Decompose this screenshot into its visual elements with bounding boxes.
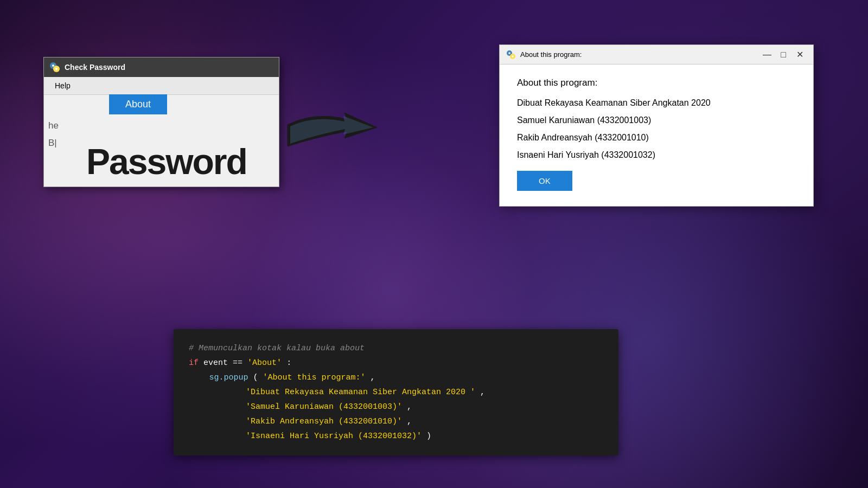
menu-bar: Help — [44, 77, 279, 95]
code-line-6: 'Isnaeni Hari Yusriyah (4332001032)' ) — [189, 429, 603, 444]
code-sg-popup: sg.popup — [209, 373, 248, 382]
about-dialog-icon — [506, 50, 516, 60]
about-close-button[interactable]: ✕ — [793, 49, 807, 60]
code-line-5: 'Rakib Andreansyah (4332001010)' , — [189, 414, 603, 429]
code-line-4: 'Samuel Karuniawan (4332001003)' , — [189, 400, 603, 414]
right-arrow-icon — [282, 108, 380, 157]
code-line-1: if event == 'About' : — [189, 356, 603, 370]
about-line-1: Dibuat Rekayasa Keamanan Siber Angkatan … — [517, 98, 796, 108]
code-arg1: 'About this program:' — [263, 373, 366, 382]
code-eq-op: == — [233, 358, 242, 368]
about-heading: About this program: — [517, 78, 796, 88]
about-maximize-button[interactable]: □ — [776, 49, 790, 60]
code-comment-text: # Memunculkan kotak kalau buka about — [189, 344, 365, 353]
code-comma-1: , — [371, 373, 375, 382]
password-bg-text: Password — [86, 141, 247, 182]
about-dialog-window: About this program: — □ ✕ About this pro… — [499, 44, 814, 207]
partial-text-he: he — [48, 120, 59, 131]
code-about-val: 'About' — [247, 358, 282, 368]
about-window-controls: — □ ✕ — [760, 49, 807, 60]
code-arg5: 'Isnaeni Hari Yusriyah (4332001032)' — [246, 432, 422, 441]
scene-container: Check Password Help About Password he B| — [0, 0, 868, 488]
code-comma-3: , — [407, 402, 412, 412]
code-arg4: 'Rakib Andreansyah (4332001010)' — [246, 417, 402, 426]
password-label-text: Password — [86, 142, 247, 182]
about-dialog-body: About this program: Dibuat Rekayasa Keam… — [500, 65, 813, 206]
svg-point-7 — [508, 52, 510, 54]
about-dropdown-button[interactable]: About — [109, 94, 167, 114]
code-event-name: event — [203, 358, 228, 368]
svg-point-8 — [512, 55, 514, 57]
code-line-3: 'Dibuat Rekayasa Keamanan Siber Angkatan… — [189, 385, 603, 400]
about-ok-button[interactable]: OK — [517, 171, 572, 191]
code-comma-2: , — [480, 388, 485, 397]
menu-item-help[interactable]: Help — [48, 79, 77, 92]
check-password-titlebar: Check Password — [44, 57, 279, 77]
svg-point-3 — [55, 68, 58, 70]
about-titlebar: About this program: — □ ✕ — [500, 45, 813, 65]
about-dialog-title: About this program: — [520, 50, 756, 59]
about-line-2: Samuel Karuniawan (4332001003) — [517, 115, 796, 125]
code-if-keyword: if — [189, 358, 199, 368]
check-password-window: Check Password Help About Password he B| — [43, 57, 279, 187]
code-open-paren: ( — [253, 373, 258, 382]
code-block: # Memunculkan kotak kalau buka about if … — [174, 329, 618, 455]
code-arg3: 'Samuel Karuniawan (4332001003)' — [246, 402, 402, 412]
about-line-4: Isnaeni Hari Yusriyah (4332001032) — [517, 150, 796, 160]
arrow-container — [282, 108, 391, 163]
partial-text-b: B| — [48, 138, 57, 149]
about-line-3: Rakib Andreansyah (4332001010) — [517, 133, 796, 143]
about-minimize-button[interactable]: — — [760, 49, 774, 60]
svg-point-2 — [52, 65, 54, 67]
code-comma-4: , — [407, 417, 412, 426]
code-arg2: 'Dibuat Rekayasa Keamanan Siber Angkatan… — [246, 388, 475, 397]
code-colon: : — [286, 358, 291, 368]
window-app-icon — [49, 62, 60, 73]
code-close-paren: ) — [426, 432, 431, 441]
check-password-title: Check Password — [65, 63, 273, 72]
code-line-2: sg.popup ( 'About this program:' , — [189, 370, 603, 385]
code-line-comment: # Memunculkan kotak kalau buka about — [189, 341, 603, 356]
